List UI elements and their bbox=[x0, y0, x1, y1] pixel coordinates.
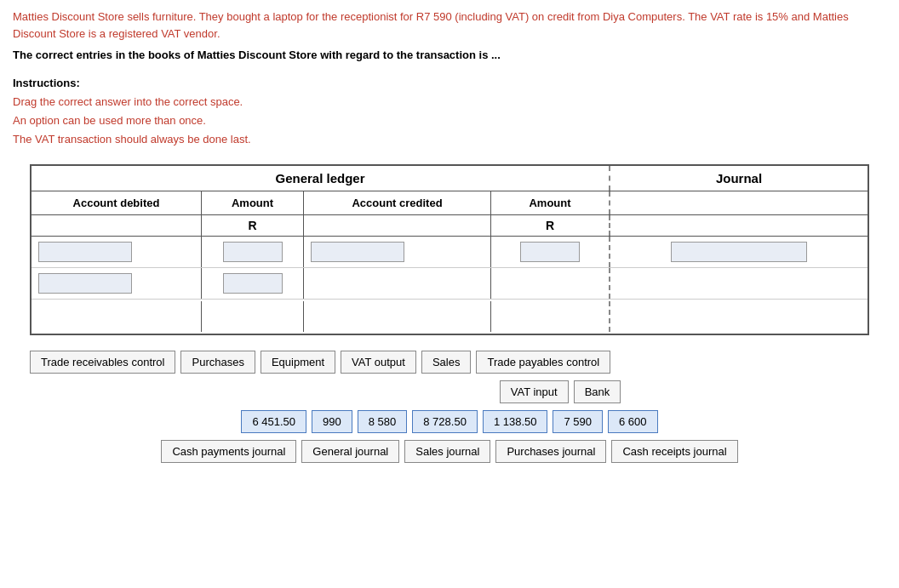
instruction-item-3: The VAT transaction should always be don… bbox=[13, 130, 886, 149]
cell-amount-debit-2 bbox=[202, 268, 304, 299]
col-account-credited: Account credited bbox=[304, 191, 491, 214]
instruction-item-1: Drag the correct answer into the correct… bbox=[13, 93, 886, 111]
tile-8728[interactable]: 8 728.50 bbox=[412, 410, 478, 433]
instruction-item-2: An option can be used more than once. bbox=[13, 111, 886, 130]
drop-journal-1[interactable] bbox=[671, 242, 807, 262]
drop-amount-credit-1[interactable] bbox=[520, 242, 580, 262]
tile-7590[interactable]: 7 590 bbox=[553, 410, 603, 433]
tile-purchases[interactable]: Purchases bbox=[180, 351, 255, 374]
tile-1138[interactable]: 1 138.50 bbox=[483, 410, 548, 433]
tile-sales-journal[interactable]: Sales journal bbox=[404, 440, 490, 463]
tile-purchases-journal[interactable]: Purchases journal bbox=[495, 440, 606, 463]
table-top-headers: General ledger Journal bbox=[31, 166, 868, 191]
cell-empty-4 bbox=[491, 301, 610, 332]
tile-general-journal[interactable]: General journal bbox=[301, 440, 399, 463]
bold-question: The correct entries in the books of Matt… bbox=[13, 49, 886, 61]
cell-empty-3 bbox=[304, 301, 491, 332]
tile-trade-receivables[interactable]: Trade receivables control bbox=[30, 351, 175, 374]
drop-account-debited-2[interactable] bbox=[38, 273, 132, 294]
intro-paragraph: Matties Discount Store sells furniture. … bbox=[13, 9, 886, 42]
r-label-debit: R bbox=[202, 215, 304, 236]
tile-6451[interactable]: 6 451.50 bbox=[241, 410, 306, 433]
cell-account-debited-2 bbox=[31, 268, 202, 299]
instructions-section: Instructions: Drag the correct answer in… bbox=[13, 77, 886, 149]
tile-vat-input[interactable]: VAT input bbox=[500, 380, 569, 403]
cell-account-credited-2 bbox=[304, 268, 491, 299]
col-headers-row: Account debited Amount Account credited … bbox=[31, 191, 868, 215]
tile-vat-output[interactable]: VAT output bbox=[341, 351, 416, 374]
cell-amount-credit-2 bbox=[491, 268, 610, 299]
r-label-left-blank bbox=[31, 215, 202, 236]
col-amount-debit: Amount bbox=[202, 191, 304, 214]
cell-empty-2 bbox=[202, 301, 304, 332]
table-row-2 bbox=[31, 268, 868, 300]
col-journal bbox=[610, 191, 868, 214]
cell-journal-2 bbox=[610, 268, 868, 299]
tile-trade-payables[interactable]: Trade payables control bbox=[476, 351, 610, 374]
drop-account-debited-1[interactable] bbox=[38, 242, 132, 262]
drop-account-credited-1[interactable] bbox=[311, 242, 404, 262]
journal-header: Journal bbox=[610, 166, 868, 191]
cell-amount-credit-1 bbox=[491, 237, 610, 267]
tile-sales[interactable]: Sales bbox=[421, 351, 472, 374]
table-row-1 bbox=[31, 237, 868, 268]
tile-8580[interactable]: 8 580 bbox=[358, 410, 408, 433]
cell-empty-1 bbox=[31, 301, 202, 332]
cell-account-credited-1 bbox=[304, 237, 491, 267]
tile-equipment[interactable]: Equipment bbox=[261, 351, 335, 374]
numbers-row: 6 451.50 990 8 580 8 728.50 1 138.50 7 5… bbox=[30, 410, 869, 433]
table-row-empty bbox=[31, 300, 868, 334]
cell-journal-1 bbox=[610, 237, 868, 267]
drop-amount-debit-1[interactable] bbox=[223, 242, 283, 262]
general-ledger-header: General ledger bbox=[31, 166, 610, 191]
tile-bank[interactable]: Bank bbox=[574, 380, 621, 403]
tile-cash-payments[interactable]: Cash payments journal bbox=[161, 440, 296, 463]
answer-tiles-row1: Trade receivables control Purchases Equi… bbox=[30, 351, 869, 374]
cell-amount-debit-1 bbox=[202, 237, 304, 267]
tile-6600[interactable]: 6 600 bbox=[608, 410, 658, 433]
r-label-credit: R bbox=[491, 215, 610, 236]
r-journal-blank bbox=[610, 215, 868, 236]
r-label-right-blank bbox=[304, 215, 491, 236]
cell-account-debited-1 bbox=[31, 237, 202, 267]
col-amount-credit: Amount bbox=[491, 191, 610, 214]
main-table: General ledger Journal Account debited A… bbox=[30, 164, 869, 335]
r-row: R R bbox=[31, 215, 868, 237]
col-account-debited: Account debited bbox=[31, 191, 202, 214]
cell-empty-5 bbox=[610, 301, 868, 332]
journal-tiles-row: Cash payments journal General journal Sa… bbox=[30, 440, 869, 463]
instructions-title: Instructions: bbox=[13, 77, 886, 89]
tile-990[interactable]: 990 bbox=[312, 410, 352, 433]
tile-cash-receipts[interactable]: Cash receipts journal bbox=[611, 440, 737, 463]
answer-tiles-row2: VAT input Bank bbox=[251, 380, 869, 403]
instructions-list: Drag the correct answer into the correct… bbox=[13, 93, 886, 149]
drop-amount-debit-2[interactable] bbox=[223, 273, 283, 294]
